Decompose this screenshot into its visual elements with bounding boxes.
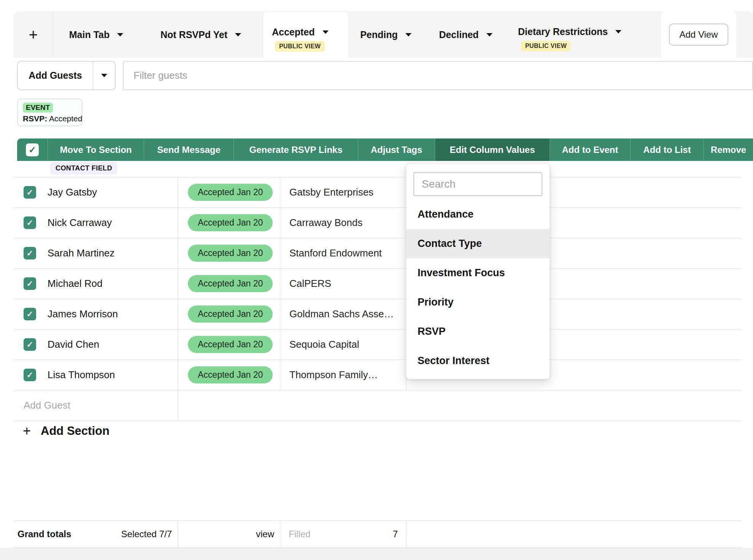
chevron-down-icon[interactable] <box>235 33 241 37</box>
rsvp-status-badge[interactable]: Accepted Jan 20 <box>188 366 273 383</box>
guest-table: ✓ Jay Gatsby Accepted Jan 20 Gatsby Ente… <box>14 177 742 421</box>
add-section-button[interactable]: + Add Section <box>23 424 110 438</box>
chevron-down-icon[interactable] <box>117 33 123 37</box>
guest-company-cell[interactable]: CalPERS <box>280 269 407 299</box>
tab-main-tab[interactable]: Main Tab <box>53 11 139 58</box>
dropdown-item[interactable]: Sector Interest <box>406 346 550 375</box>
row-checkbox[interactable]: ✓ <box>24 247 36 259</box>
dropdown-item[interactable]: Contact Type <box>406 229 550 258</box>
public-view-badge: PUBLIC VIEW <box>521 41 571 51</box>
add-guests-button[interactable]: Add Guests <box>17 61 116 90</box>
rsvp-status-badge[interactable]: Accepted Jan 20 <box>188 245 273 262</box>
tab-pending[interactable]: Pending <box>349 11 423 58</box>
chevron-down-icon[interactable] <box>405 33 411 37</box>
chevron-down-icon[interactable] <box>322 30 329 34</box>
guest-name-cell[interactable]: ✓ Sarah Martinez <box>14 238 178 268</box>
guest-name-cell[interactable]: ✓ Nick Carraway <box>14 208 178 238</box>
guest-name-cell[interactable]: ✓ Michael Rod <box>14 269 178 299</box>
guest-company-cell[interactable]: Stanford Endowment <box>280 238 407 268</box>
row-checkbox[interactable]: ✓ <box>24 277 36 290</box>
rsvp-status-badge[interactable]: Accepted Jan 20 <box>188 214 273 231</box>
row-checkbox[interactable]: ✓ <box>24 216 36 229</box>
rsvp-status-cell[interactable]: Accepted Jan 20 <box>178 329 280 360</box>
rsvp-status-cell[interactable]: Accepted Jan 20 <box>178 360 280 390</box>
toolbar-button[interactable]: Generate RSVP Links <box>234 138 358 161</box>
rsvp-status-cell[interactable]: Accepted Jan 20 <box>178 208 280 238</box>
dropdown-item[interactable]: Investment Focus <box>406 258 550 288</box>
dropdown-item[interactable]: Attendance <box>406 200 550 229</box>
rsvp-status-cell[interactable]: Accepted Jan 20 <box>178 238 280 268</box>
table-row[interactable]: ✓ Nick Carraway Accepted Jan 20 Carraway… <box>14 208 742 238</box>
rsvp-status-badge[interactable]: Accepted Jan 20 <box>188 336 273 353</box>
guest-name-cell[interactable]: ✓ James Morrison <box>14 299 178 329</box>
guest-name: Sarah Martinez <box>48 247 114 259</box>
row-checkbox[interactable]: ✓ <box>24 186 36 199</box>
guest-company-cell[interactable]: Sequoia Capital <box>280 329 407 360</box>
row-checkbox[interactable]: ✓ <box>24 338 36 351</box>
table-row[interactable]: ✓ Sarah Martinez Accepted Jan 20 Stanfor… <box>14 238 742 269</box>
tab-not-rsvpd-yet[interactable]: Not RSVPd Yet <box>139 11 262 58</box>
toolbar-button[interactable]: Send Message <box>144 138 234 161</box>
toolbar-button[interactable]: Remove <box>704 138 753 161</box>
toolbar-button[interactable]: Add to List <box>631 138 704 161</box>
chevron-down-icon[interactable] <box>486 33 492 37</box>
add-guest-cell[interactable]: Add Guest <box>14 390 178 420</box>
totals-empty-cell <box>407 521 742 547</box>
guest-name: Nick Carraway <box>48 217 112 229</box>
tab-label: Pending <box>360 29 398 40</box>
chevron-down-icon[interactable] <box>615 30 621 33</box>
add-guests-dropdown-toggle[interactable] <box>93 62 115 89</box>
select-all-checkbox[interactable]: ✓ <box>26 143 39 156</box>
add-view-button[interactable]: Add View <box>669 24 729 46</box>
tab-declined[interactable]: Declined <box>423 11 509 58</box>
bulk-actions-toolbar: ✓ Move To Section Send Message Generate … <box>17 138 753 161</box>
guest-company-cell[interactable]: Carraway Bonds <box>280 208 407 238</box>
toolbar-button[interactable]: Move To Section <box>48 138 144 161</box>
guest-name-cell[interactable]: ✓ Jay Gatsby <box>14 177 178 207</box>
edit-column-values-dropdown: Attendance Contact Type Investment Focus… <box>406 164 550 379</box>
row-checkbox[interactable]: ✓ <box>24 369 36 381</box>
table-row[interactable]: ✓ James Morrison Accepted Jan 20 Goldman… <box>14 299 742 329</box>
rsvp-status-badge[interactable]: Accepted Jan 20 <box>188 305 273 323</box>
toolbar-button[interactable]: Add to Event <box>550 138 631 161</box>
public-view-badge: PUBLIC VIEW <box>275 41 325 52</box>
grand-totals-label: Grand totals <box>17 529 71 539</box>
guest-name-cell[interactable]: ✓ David Chen <box>14 329 178 360</box>
guest-name-cell[interactable]: ✓ Lisa Thompson <box>14 360 178 390</box>
filter-guests-input[interactable] <box>123 61 753 90</box>
guest-company-cell[interactable]: Thompson Family… <box>280 360 407 390</box>
guest-company-cell[interactable]: Gatsby Enterprises <box>280 177 407 207</box>
rsvp-status-cell[interactable]: Accepted Jan 20 <box>178 299 280 329</box>
toolbar-button[interactable]: Adjust Tags <box>358 138 435 161</box>
dropdown-item[interactable]: Priority <box>406 288 550 317</box>
add-guest-row[interactable]: Add Guest <box>14 390 742 421</box>
select-all-cell: ✓ <box>17 138 48 161</box>
event-badge: EVENT <box>23 103 53 113</box>
guest-name: David Chen <box>48 339 99 350</box>
checkmark-icon: ✓ <box>27 249 33 258</box>
checkmark-icon: ✓ <box>27 279 33 288</box>
dropdown-item[interactable]: RSVP <box>406 317 550 346</box>
totals-selected-cell: Grand totals Selected 7/7 <box>14 521 178 547</box>
tab-dietary-restrictions[interactable]: Dietary Restrictions PUBLIC VIEW <box>509 11 653 58</box>
row-checkbox[interactable]: ✓ <box>24 308 36 320</box>
toolbar-button[interactable]: Edit Column Values <box>435 138 550 161</box>
table-row[interactable]: ✓ Michael Rod Accepted Jan 20 CalPERS <box>14 269 742 299</box>
rsvp-status-badge[interactable]: Accepted Jan 20 <box>188 184 273 201</box>
add-guests-label: Add Guests <box>18 62 93 89</box>
rsvp-filter-chip[interactable]: EVENT RSVP: Accepted <box>17 99 83 126</box>
table-row[interactable]: ✓ Jay Gatsby Accepted Jan 20 Gatsby Ente… <box>14 177 742 208</box>
checkmark-icon: ✓ <box>27 188 33 197</box>
totals-filled-cell[interactable]: Filled 7 <box>280 521 407 547</box>
column-options-list: Attendance Contact Type Investment Focus… <box>406 200 550 375</box>
tab-accepted[interactable]: Accepted PUBLIC VIEW <box>262 11 349 58</box>
add-tab-button[interactable]: + <box>14 11 53 58</box>
guest-company-cell[interactable]: Goldman Sachs Asse… <box>280 299 407 329</box>
table-row[interactable]: ✓ David Chen Accepted Jan 20 Sequoia Cap… <box>14 329 742 360</box>
rsvp-status-cell[interactable]: Accepted Jan 20 <box>178 177 280 207</box>
totals-view-cell[interactable]: view <box>178 521 280 547</box>
rsvp-status-badge[interactable]: Accepted Jan 20 <box>188 275 273 292</box>
table-row[interactable]: ✓ Lisa Thompson Accepted Jan 20 Thompson… <box>14 360 742 390</box>
rsvp-status-cell[interactable]: Accepted Jan 20 <box>178 269 280 299</box>
column-search-input[interactable] <box>413 172 542 196</box>
